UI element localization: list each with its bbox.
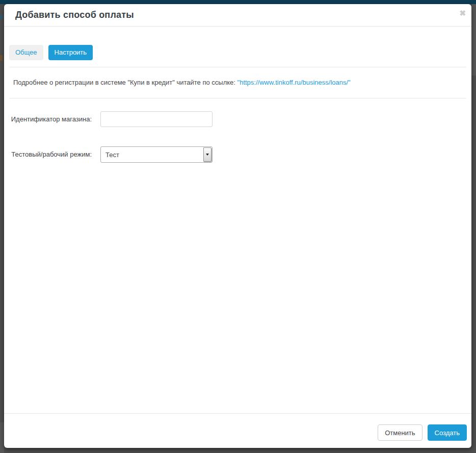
divider xyxy=(9,98,466,98)
tab-general[interactable]: Общее xyxy=(9,45,43,60)
add-payment-method-modal: Добавить способ оплаты ✖ Общее Настроить… xyxy=(4,4,471,448)
mode-select[interactable]: Тест xyxy=(100,146,213,163)
mode-form-group: Тестовый/рабочий режим: Тест xyxy=(10,146,466,163)
page-background: Добавить способ оплаты ✖ Общее Настроить… xyxy=(0,0,476,453)
chevron-down-icon xyxy=(206,154,209,156)
modal-body: Общее Настроить Подробнее о регистрации … xyxy=(4,27,471,413)
backdrop-artifact xyxy=(0,55,3,61)
shop-id-label: Идентификатор магазина: xyxy=(10,111,92,124)
tab-configure[interactable]: Настроить xyxy=(48,45,93,60)
shop-id-form-group: Идентификатор магазина: xyxy=(10,111,466,127)
registration-info: Подробнее о регистрации в системе "Купи … xyxy=(9,67,466,98)
shop-id-input[interactable] xyxy=(100,111,213,127)
mode-label: Тестовый/рабочий режим: xyxy=(10,146,92,160)
select-arrow-button[interactable] xyxy=(203,147,211,162)
site-header-bar xyxy=(0,0,476,4)
create-button[interactable]: Создать xyxy=(428,424,467,441)
close-icon[interactable]: ✖ xyxy=(459,9,466,17)
settings-form: Идентификатор магазина: Тестовый/рабочий… xyxy=(9,111,466,163)
backdrop-artifact xyxy=(0,15,3,19)
tinkoff-loans-link[interactable]: "https://www.tinkoff.ru/business/loans/" xyxy=(237,79,351,86)
cancel-button[interactable]: Отменить xyxy=(378,424,422,441)
modal-header: Добавить способ оплаты ✖ xyxy=(4,4,471,27)
mode-select-value: Тест xyxy=(105,151,119,159)
modal-title: Добавить способ оплаты xyxy=(15,10,134,20)
info-text: Подробнее о регистрации в системе "Купи … xyxy=(13,79,237,86)
backdrop-artifact xyxy=(0,422,4,453)
modal-footer: Отменить Создать xyxy=(4,413,471,448)
backdrop-artifact xyxy=(471,4,476,76)
tab-bar: Общее Настроить xyxy=(9,45,466,60)
